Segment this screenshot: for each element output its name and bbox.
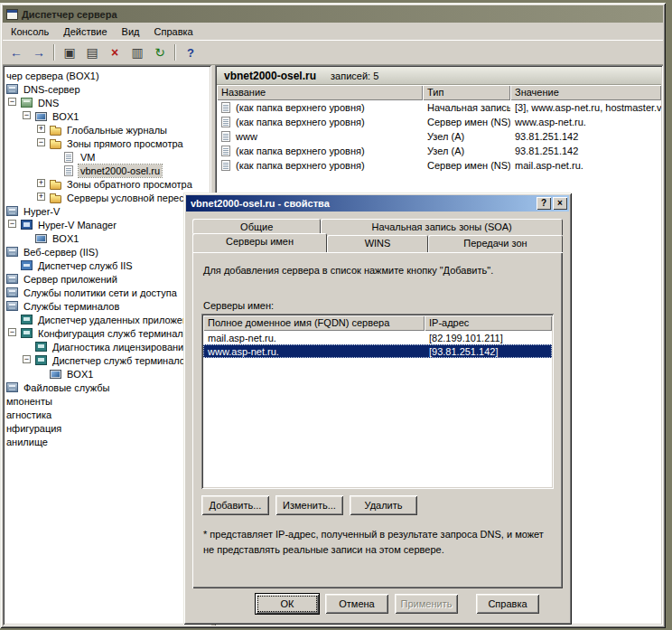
show-console-tree-button[interactable]: ▣: [59, 42, 80, 62]
tree-item[interactable]: −Hyper-V Manager: [5, 218, 210, 231]
help-button[interactable]: ?: [180, 42, 201, 62]
tree-item[interactable]: −Диспетчер служб терминалов: [5, 353, 210, 367]
tab[interactable]: WINS: [327, 235, 428, 252]
table-row[interactable]: (как папка верхнего уровня)Сервер имен (…: [217, 158, 661, 173]
menu-item[interactable]: Действие: [56, 24, 114, 40]
tab-active[interactable]: Серверы имен: [192, 233, 327, 252]
tree-item[interactable]: мпоненты: [5, 394, 210, 408]
column-header[interactable]: IP-адрес: [425, 315, 552, 331]
tree-item[interactable]: +Файловые службы: [5, 381, 210, 394]
forward-icon: →: [33, 46, 45, 59]
tree-item[interactable]: +Зоны обратного просмотра: [5, 177, 210, 191]
back-button[interactable]: ←: [5, 42, 27, 62]
cancel-button[interactable]: Отмена: [325, 594, 388, 614]
tree-item[interactable]: −Веб-сервер (IIS): [5, 245, 210, 259]
name-server-row[interactable]: www.asp-net.ru.[93.81.251.142]: [203, 344, 552, 358]
table-row[interactable]: (как папка верхнего уровня)Начальная зап…: [217, 100, 661, 115]
refresh-icon: ↻: [154, 46, 165, 59]
properties-icon: ▤: [86, 46, 98, 59]
expand-icon[interactable]: +: [37, 193, 45, 201]
delete-button[interactable]: ×: [104, 42, 126, 62]
tree-item[interactable]: Hyper-V: [5, 204, 210, 218]
record-name: (как папка верхнего уровня): [236, 146, 365, 156]
tree-item-label: Службы политики сети и доступа: [22, 287, 179, 299]
tree-item[interactable]: vbnet2000-osel.ru: [5, 164, 210, 177]
menu-item[interactable]: Консоль: [4, 24, 56, 40]
column-header[interactable]: Название: [217, 85, 423, 100]
expand-icon[interactable]: +: [37, 125, 45, 133]
tree-item[interactable]: чер сервера (BOX1): [5, 69, 210, 82]
record-value: 93.81.251.142: [510, 131, 661, 142]
back-icon: ←: [10, 46, 23, 59]
table-row[interactable]: (как папка верхнего уровня)Сервер имен (…: [217, 115, 661, 129]
context-help-icon[interactable]: ?: [537, 197, 551, 210]
edit-button[interactable]: Изменить...: [275, 495, 343, 515]
tree-item[interactable]: Диагностика лицензирования: [5, 340, 210, 353]
window-titlebar[interactable]: Диспетчер сервера: [3, 5, 663, 23]
column-header[interactable]: Значение: [510, 85, 661, 100]
tree-item[interactable]: −DNS: [5, 96, 210, 109]
menu-item[interactable]: Справка: [147, 24, 201, 40]
tab[interactable]: Начальная запись зоны (SOA): [321, 219, 563, 235]
tree-item[interactable]: агностика: [5, 408, 210, 421]
table-row[interactable]: (как папка верхнего уровня)Узел (A)93.81…: [217, 144, 661, 158]
collapse-icon[interactable]: −: [37, 138, 45, 146]
ok-button[interactable]: ОК: [256, 594, 319, 614]
tree-item[interactable]: VM: [5, 150, 210, 164]
role-icon: [6, 301, 18, 311]
dialog-titlebar[interactable]: vbnet2000-osel.ru - свойства ? ×: [186, 195, 569, 212]
tree-item[interactable]: анилище: [5, 435, 210, 448]
export-list-button[interactable]: ▥: [126, 42, 148, 62]
expand-icon[interactable]: +: [37, 179, 45, 187]
tree-item-label: BOX1: [51, 232, 80, 245]
collapse-icon[interactable]: −: [23, 111, 31, 119]
help-icon: ?: [187, 47, 194, 59]
tree-item[interactable]: −BOX1: [5, 109, 210, 123]
record-type: Начальная запись зоны ...: [423, 102, 510, 113]
table-row[interactable]: wwwУзел (A)93.81.251.142: [217, 129, 661, 144]
name-server-row[interactable]: mail.asp-net.ru.[82.199.101.211]: [203, 331, 552, 344]
collapse-icon[interactable]: −: [8, 98, 16, 106]
add-button[interactable]: Добавить...: [201, 495, 269, 515]
tab[interactable]: Передачи зон: [428, 235, 563, 252]
tree-item-label: агностика: [5, 409, 53, 421]
tree-item[interactable]: Службы политики сети и доступа: [5, 286, 210, 299]
record-name: (как папка верхнего уровня): [236, 102, 365, 113]
tree-item-label: Hyper-V: [22, 205, 61, 218]
close-icon[interactable]: ×: [553, 197, 567, 210]
tree-item[interactable]: Диспетчер служб IIS: [5, 259, 210, 272]
ts-icon: [35, 342, 47, 352]
delete-button[interactable]: Удалить: [350, 495, 417, 515]
tree-item[interactable]: DNS-сервер: [5, 82, 210, 96]
footnote-text: * представляет IP-адрес, полученный в ре…: [203, 527, 552, 558]
tree-item[interactable]: +Серверы условной пересыл...: [5, 191, 210, 204]
collapse-icon[interactable]: −: [8, 220, 16, 228]
tree-item-label: Конфигурация служб терминалов:: [36, 327, 199, 340]
collapse-icon[interactable]: −: [8, 328, 16, 336]
column-header[interactable]: Тип: [423, 85, 510, 100]
column-header[interactable]: Полное доменное имя (FQDN) сервера: [203, 315, 425, 331]
tree-item[interactable]: нфигурация: [5, 421, 210, 435]
tree-item[interactable]: −Конфигурация служб терминалов:: [5, 326, 210, 340]
tree-item[interactable]: BOX1: [5, 231, 210, 245]
result-header: vbnet2000-osel.ru записей: 5: [217, 67, 661, 85]
tree-item-label: Диспетчер служб IIS: [36, 259, 135, 272]
forward-button[interactable]: →: [28, 42, 50, 62]
record-value: www.asp-net.ru.: [510, 117, 661, 127]
tree-item-label: Веб-сервер (IIS): [22, 246, 100, 259]
help-button[interactable]: Справка: [476, 594, 539, 614]
dialog-footer: ОК Отмена Применить Справка: [192, 588, 563, 618]
tree-item[interactable]: +Глобальные журналы: [5, 123, 210, 136]
menu-item[interactable]: Вид: [115, 24, 147, 40]
tree-item[interactable]: BOX1: [5, 367, 210, 381]
tree-item[interactable]: −Службы терминалов: [5, 299, 210, 313]
column-header-row: НазваниеТипЗначение: [217, 85, 661, 100]
properties-button[interactable]: ▤: [81, 42, 103, 62]
tree-item[interactable]: −Зоны прямого просмотра: [5, 136, 210, 150]
tree-item-label: Зоны прямого просмотра: [65, 137, 185, 150]
refresh-button[interactable]: ↻: [149, 42, 171, 62]
tree-item[interactable]: Диспетчер удаленных приложени: [5, 313, 210, 326]
collapse-icon[interactable]: −: [23, 355, 31, 363]
record-type: Узел (A): [423, 131, 510, 142]
tree-item[interactable]: Сервер приложений: [5, 272, 210, 286]
